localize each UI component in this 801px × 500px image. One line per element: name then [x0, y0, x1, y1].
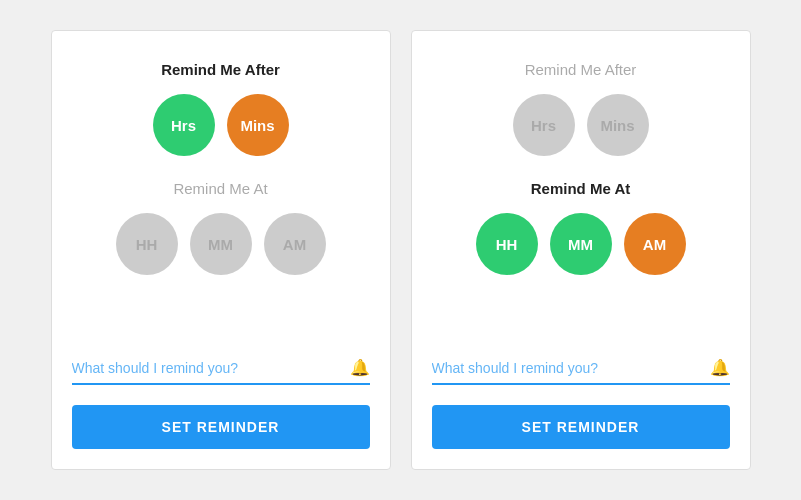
card2-mm-button[interactable]: MM — [550, 213, 612, 275]
card2-hh-button[interactable]: HH — [476, 213, 538, 275]
card1-bell-icon: 🔔 — [350, 358, 370, 377]
card2-remind-at-title: Remind Me At — [531, 180, 630, 197]
card1-mm-button[interactable]: MM — [190, 213, 252, 275]
card1-hh-button[interactable]: HH — [116, 213, 178, 275]
card2-input-row: 🔔 — [432, 358, 730, 385]
main-container: Remind Me After Hrs Mins Remind Me At HH… — [31, 10, 771, 490]
card2-mins-button[interactable]: Mins — [587, 94, 649, 156]
card1-remind-at-circles: HH MM AM — [116, 213, 326, 275]
card1-am-button[interactable]: AM — [264, 213, 326, 275]
card2-remind-after-section: Remind Me After Hrs Mins — [432, 61, 730, 180]
card2-am-button[interactable]: AM — [624, 213, 686, 275]
card-1: Remind Me After Hrs Mins Remind Me At HH… — [51, 30, 391, 470]
card1-remind-after-title: Remind Me After — [161, 61, 280, 78]
card1-mins-button[interactable]: Mins — [227, 94, 289, 156]
card1-remind-at-title: Remind Me At — [173, 180, 267, 197]
card1-input-row: 🔔 — [72, 358, 370, 385]
card2-remind-at-section: Remind Me At HH MM AM — [432, 180, 730, 299]
card1-remind-at-section: Remind Me At HH MM AM — [72, 180, 370, 299]
card2-set-reminder-button[interactable]: SET REMINDER — [432, 405, 730, 449]
card2-bell-icon: 🔔 — [710, 358, 730, 377]
card2-remind-at-circles: HH MM AM — [476, 213, 686, 275]
card2-reminder-input[interactable] — [432, 360, 702, 376]
card2-remind-after-title: Remind Me After — [525, 61, 637, 78]
card2-hrs-button[interactable]: Hrs — [513, 94, 575, 156]
card1-set-reminder-button[interactable]: SET REMINDER — [72, 405, 370, 449]
card-2: Remind Me After Hrs Mins Remind Me At HH… — [411, 30, 751, 470]
card1-remind-after-section: Remind Me After Hrs Mins — [72, 61, 370, 180]
card1-hrs-button[interactable]: Hrs — [153, 94, 215, 156]
card1-remind-after-circles: Hrs Mins — [153, 94, 289, 156]
card2-remind-after-circles: Hrs Mins — [513, 94, 649, 156]
card1-reminder-input[interactable] — [72, 360, 342, 376]
